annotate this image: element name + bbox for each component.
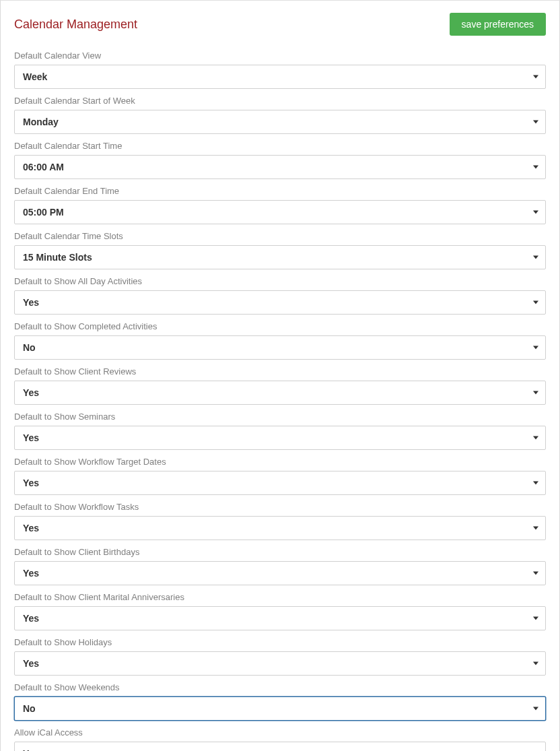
field-allow-ical-access: Allow iCal AccessYes bbox=[14, 727, 546, 751]
select-value: Yes bbox=[23, 478, 39, 488]
field-label: Default to Show Holidays bbox=[14, 637, 546, 647]
field-label: Default to Show Weekends bbox=[14, 682, 546, 692]
chevron-down-icon bbox=[533, 391, 538, 395]
select-show-all-day-activities[interactable]: Yes bbox=[14, 290, 546, 315]
select-default-end-time[interactable]: 05:00 PM bbox=[14, 200, 546, 224]
field-label: Default to Show All Day Activities bbox=[14, 276, 546, 286]
select-value: Yes bbox=[23, 297, 39, 308]
field-label: Default to Show Seminars bbox=[14, 412, 546, 422]
chevron-down-icon bbox=[533, 166, 538, 169]
field-show-holidays: Default to Show HolidaysYes bbox=[14, 637, 546, 676]
select-default-start-of-week[interactable]: Monday bbox=[14, 110, 546, 134]
select-value: 06:00 AM bbox=[23, 162, 64, 172]
select-value: Yes bbox=[23, 613, 39, 624]
select-value: Yes bbox=[23, 432, 39, 443]
select-default-time-slots[interactable]: 15 Minute Slots bbox=[14, 245, 546, 269]
select-value: No bbox=[23, 342, 36, 353]
select-value: Monday bbox=[23, 117, 59, 127]
select-default-calendar-view[interactable]: Week bbox=[14, 65, 546, 89]
field-label: Default Calendar Start of Week bbox=[14, 96, 546, 106]
field-show-marital-anniversaries: Default to Show Client Marital Anniversa… bbox=[14, 592, 546, 630]
chevron-down-icon bbox=[533, 211, 538, 214]
select-show-workflow-tasks[interactable]: Yes bbox=[14, 516, 546, 540]
select-value: Week bbox=[23, 71, 47, 82]
select-value: 15 Minute Slots bbox=[23, 252, 92, 263]
calendar-management-panel: Calendar Management save preferences Def… bbox=[0, 0, 560, 751]
select-show-completed-activities[interactable]: No bbox=[14, 335, 546, 360]
chevron-down-icon bbox=[533, 662, 538, 665]
chevron-down-icon bbox=[533, 572, 538, 575]
chevron-down-icon bbox=[533, 436, 538, 440]
field-show-client-birthdays: Default to Show Client BirthdaysYes bbox=[14, 547, 546, 585]
field-label: Default to Show Completed Activities bbox=[14, 321, 546, 331]
select-show-weekends[interactable]: No bbox=[14, 696, 546, 721]
field-show-workflow-target-dates: Default to Show Workflow Target DatesYes bbox=[14, 457, 546, 495]
field-show-weekends: Default to Show WeekendsNo bbox=[14, 682, 546, 721]
field-label: Default Calendar End Time bbox=[14, 186, 546, 196]
field-show-seminars: Default to Show SeminarsYes bbox=[14, 412, 546, 450]
field-label: Default Calendar View bbox=[14, 51, 546, 61]
select-show-seminars[interactable]: Yes bbox=[14, 426, 546, 450]
select-value: Yes bbox=[23, 658, 39, 669]
select-value: Yes bbox=[23, 387, 39, 398]
chevron-down-icon bbox=[533, 527, 538, 530]
chevron-down-icon bbox=[533, 256, 538, 259]
chevron-down-icon bbox=[533, 707, 538, 711]
field-label: Default to Show Client Birthdays bbox=[14, 547, 546, 557]
chevron-down-icon bbox=[533, 482, 538, 485]
chevron-down-icon bbox=[533, 346, 538, 350]
select-value: No bbox=[23, 703, 36, 714]
field-default-start-time: Default Calendar Start Time06:00 AM bbox=[14, 141, 546, 179]
select-show-marital-anniversaries[interactable]: Yes bbox=[14, 606, 546, 630]
field-show-workflow-tasks: Default to Show Workflow TasksYes bbox=[14, 502, 546, 540]
select-value: Yes bbox=[23, 523, 39, 533]
field-default-start-of-week: Default Calendar Start of WeekMonday bbox=[14, 96, 546, 134]
select-value: Yes bbox=[23, 568, 39, 579]
field-label: Default to Show Workflow Tasks bbox=[14, 502, 546, 512]
field-label: Allow iCal Access bbox=[14, 727, 546, 738]
save-preferences-button[interactable]: save preferences bbox=[450, 13, 546, 36]
field-show-client-reviews: Default to Show Client ReviewsYes bbox=[14, 366, 546, 405]
chevron-down-icon bbox=[533, 301, 538, 304]
field-label: Default to Show Client Reviews bbox=[14, 366, 546, 377]
select-show-client-reviews[interactable]: Yes bbox=[14, 381, 546, 405]
select-value: Yes bbox=[23, 748, 39, 751]
select-show-holidays[interactable]: Yes bbox=[14, 651, 546, 676]
field-default-end-time: Default Calendar End Time05:00 PM bbox=[14, 186, 546, 224]
field-default-calendar-view: Default Calendar ViewWeek bbox=[14, 51, 546, 89]
page-title: Calendar Management bbox=[14, 18, 137, 32]
panel-header: Calendar Management save preferences bbox=[1, 1, 559, 40]
chevron-down-icon bbox=[533, 617, 538, 620]
select-value: 05:00 PM bbox=[23, 207, 64, 218]
field-show-completed-activities: Default to Show Completed ActivitiesNo bbox=[14, 321, 546, 360]
field-label: Default Calendar Time Slots bbox=[14, 231, 546, 241]
select-allow-ical-access[interactable]: Yes bbox=[14, 742, 546, 751]
field-label: Default to Show Client Marital Anniversa… bbox=[14, 592, 546, 602]
select-show-workflow-target-dates[interactable]: Yes bbox=[14, 471, 546, 495]
field-show-all-day-activities: Default to Show All Day ActivitiesYes bbox=[14, 276, 546, 315]
field-label: Default to Show Workflow Target Dates bbox=[14, 457, 546, 467]
field-label: Default Calendar Start Time bbox=[14, 141, 546, 151]
chevron-down-icon bbox=[533, 121, 538, 124]
select-show-client-birthdays[interactable]: Yes bbox=[14, 561, 546, 585]
select-default-start-time[interactable]: 06:00 AM bbox=[14, 155, 546, 179]
chevron-down-icon bbox=[533, 75, 538, 79]
fields-container: Default Calendar ViewWeekDefault Calenda… bbox=[1, 40, 559, 751]
field-default-time-slots: Default Calendar Time Slots15 Minute Slo… bbox=[14, 231, 546, 269]
